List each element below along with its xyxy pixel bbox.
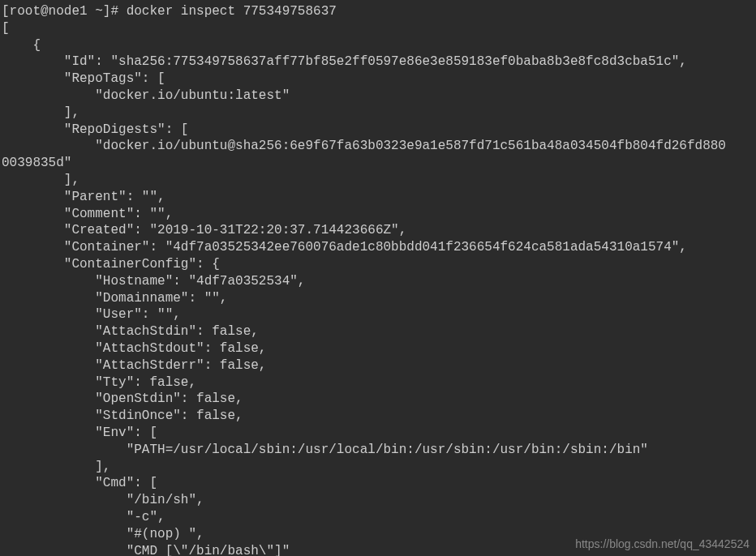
output-line: "Env": [ — [2, 425, 754, 442]
output-line: "AttachStderr": false, — [2, 357, 754, 374]
output-line: "Domainname": "", — [2, 290, 754, 307]
output-line: "Hostname": "4df7a0352534", — [2, 273, 754, 290]
output-line: "ContainerConfig": { — [2, 256, 754, 273]
output-line: "Comment": "", — [2, 206, 754, 223]
output-line: "Created": "2019-10-31T22:20:37.71442366… — [2, 222, 754, 239]
output-line: "Id": "sha256:775349758637aff77bf85e2ff0… — [2, 53, 754, 71]
output-line: "PATH=/usr/local/sbin:/usr/local/bin:/us… — [2, 442, 754, 459]
output-line: "/bin/sh", — [2, 492, 754, 509]
output-line: ], — [2, 105, 754, 122]
output-line: "Cmd": [ — [2, 475, 754, 492]
output-line: "AttachStdin": false, — [2, 323, 754, 340]
output-line: "AttachStdout": false, — [2, 340, 754, 357]
output-line: "RepoDigests": [ — [2, 122, 754, 139]
output-line: "Container": "4df7a03525342ee760076ade1c… — [2, 239, 754, 256]
output-line: { — [2, 37, 754, 54]
output-line: ], — [2, 459, 754, 476]
output-line: "docker.io/ubuntu:latest" — [2, 88, 754, 105]
output-line: "User": "", — [2, 306, 754, 323]
output-line: "StdinOnce": false, — [2, 408, 754, 425]
prompt-line: [root@node1 ~]# docker inspect 775349758… — [2, 3, 754, 20]
output-line: [ — [2, 20, 754, 37]
output-line: "Parent": "", — [2, 189, 754, 206]
output-line: "docker.io/ubuntu@sha256:6e9f67fa63b0323… — [2, 138, 754, 155]
output-line: "-c", — [2, 509, 754, 526]
output-line: "Tty": false, — [2, 374, 754, 391]
output-line: 0039835d" — [2, 155, 754, 172]
output-line: "OpenStdin": false, — [2, 391, 754, 408]
output-line: "RepoTags": [ — [2, 71, 754, 88]
watermark-text: https://blog.csdn.net/qq_43442524 — [575, 537, 750, 551]
terminal-output: [root@node1 ~]# docker inspect 775349758… — [2, 3, 754, 556]
output-line: ], — [2, 172, 754, 189]
